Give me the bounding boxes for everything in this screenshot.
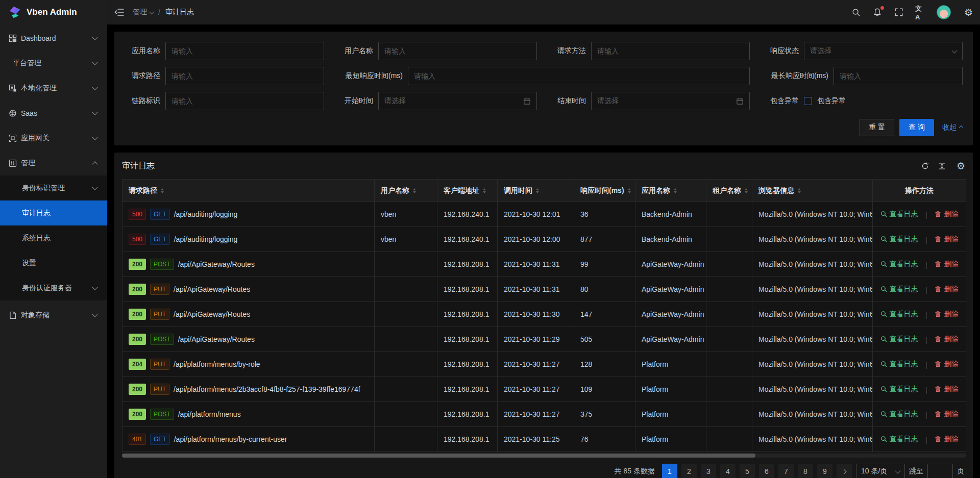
divider: [926, 262, 927, 269]
table-row: 200 PUT /api/ApiGateway/Routes 192.168.2…: [122, 302, 966, 327]
delete-button[interactable]: 删除: [935, 335, 958, 344]
view-log-button[interactable]: 查看日志: [880, 310, 918, 319]
delete-button[interactable]: 删除: [935, 310, 958, 319]
column-header[interactable]: 客户端地址: [437, 180, 498, 202]
status-select[interactable]: 请选择: [804, 42, 963, 60]
breadcrumb-parent[interactable]: 管理: [133, 8, 153, 17]
sidebar-item-audit-log[interactable]: 审计日志: [0, 200, 107, 225]
min-time-input[interactable]: [408, 67, 750, 85]
page-button[interactable]: 6: [759, 464, 774, 478]
field-status: 响应状态 请选择: [763, 42, 963, 60]
sort-caret-icon: [483, 188, 486, 193]
collapse-filter-link[interactable]: 收起: [942, 123, 963, 132]
page-size-value: 10 条/页: [861, 467, 887, 476]
sidebar-item-manage[interactable]: 管理: [0, 150, 107, 175]
cell-response-time: 147: [574, 302, 635, 327]
app-logo[interactable]: Vben Admin: [0, 0, 107, 24]
page-button[interactable]: 7: [778, 464, 794, 478]
cell-user-name: [375, 327, 437, 352]
fullscreen-icon[interactable]: [894, 7, 904, 17]
notification-bell-icon[interactable]: [872, 7, 883, 17]
column-header[interactable]: 租户名称: [706, 180, 752, 202]
page-size-select[interactable]: 10 条/页: [856, 464, 905, 478]
menu-fold-icon[interactable]: [114, 7, 125, 17]
view-log-button[interactable]: 查看日志: [880, 260, 918, 269]
app-name-input[interactable]: [165, 42, 324, 60]
has-exception-checkbox[interactable]: [804, 97, 812, 105]
sidebar-item-platform[interactable]: 平台管理: [0, 51, 107, 76]
column-header[interactable]: 应用名称: [635, 180, 706, 202]
sidebar-item-system-log[interactable]: 系统日志: [0, 225, 107, 250]
view-log-button[interactable]: 查看日志: [880, 410, 918, 419]
delete-button[interactable]: 删除: [935, 235, 958, 244]
cell-response-time: 99: [574, 252, 635, 277]
page-button[interactable]: 1: [662, 464, 677, 478]
view-log-button[interactable]: 查看日志: [880, 385, 918, 394]
cell-tenant-name: [706, 227, 752, 252]
trash-icon: [935, 211, 941, 217]
cell-browser-info: Mozilla/5.0 (Windows NT 10.0; Win64; x64…: [752, 352, 873, 377]
view-log-button[interactable]: 查看日志: [880, 235, 918, 244]
method-input[interactable]: [591, 42, 750, 60]
translate-icon[interactable]: 文A: [915, 7, 925, 17]
sidebar-item-object-storage[interactable]: 对象存储: [0, 303, 107, 328]
next-page-button[interactable]: [837, 464, 852, 478]
column-header[interactable]: 操作方法: [873, 180, 966, 202]
sidebar-item-dashboard[interactable]: Dashboard: [0, 26, 107, 51]
delete-button[interactable]: 删除: [935, 210, 958, 219]
delete-button[interactable]: 删除: [935, 260, 958, 269]
column-header[interactable]: 用户名称: [375, 180, 437, 202]
trace-id-input[interactable]: [165, 92, 324, 110]
trash-icon: [935, 236, 941, 242]
delete-button[interactable]: 删除: [935, 285, 958, 294]
path-input[interactable]: [165, 67, 324, 85]
search-button[interactable]: 查 询: [899, 119, 934, 136]
max-time-input[interactable]: [834, 67, 963, 85]
picker-placeholder: 请选择: [597, 96, 736, 106]
jump-page-input[interactable]: [927, 464, 953, 478]
start-time-picker[interactable]: 请选择: [378, 92, 537, 110]
trash-icon: [935, 436, 941, 442]
row-height-icon[interactable]: [938, 162, 946, 170]
delete-button[interactable]: 删除: [935, 360, 958, 369]
cell-tenant-name: [706, 352, 752, 377]
sidebar-item-identity-management[interactable]: 身份标识管理: [0, 175, 107, 200]
sidebar-item-localization[interactable]: 本地化管理: [0, 76, 107, 100]
delete-button[interactable]: 删除: [935, 385, 958, 394]
scrollbar-thumb[interactable]: [122, 454, 755, 458]
sort-caret-icon: [745, 188, 748, 193]
column-header[interactable]: 请求路径: [122, 180, 375, 202]
column-settings-gear-icon[interactable]: ⚙: [957, 161, 965, 171]
delete-button[interactable]: 删除: [935, 435, 958, 444]
view-log-button[interactable]: 查看日志: [880, 210, 918, 219]
column-header[interactable]: 响应时间(ms): [574, 180, 635, 202]
horizontal-scrollbar[interactable]: [122, 454, 966, 458]
column-header[interactable]: 调用时间: [498, 180, 574, 202]
end-time-picker[interactable]: 请选择: [591, 92, 750, 110]
page-button[interactable]: 5: [740, 464, 755, 478]
field-label: 包含异常: [763, 96, 799, 106]
user-name-input[interactable]: [378, 42, 537, 60]
view-log-button[interactable]: 查看日志: [880, 435, 918, 444]
table-row: 200 PUT /api/platform/menus/2b3accf8-4fb…: [122, 377, 966, 402]
search-icon[interactable]: [851, 7, 861, 17]
page-button[interactable]: 2: [681, 464, 697, 478]
sidebar-item-settings[interactable]: 设置: [0, 250, 107, 275]
avatar[interactable]: [937, 5, 951, 19]
view-log-button[interactable]: 查看日志: [880, 285, 918, 294]
sidebar-item-gateway[interactable]: 应用网关: [0, 125, 107, 150]
page-button[interactable]: 3: [701, 464, 716, 478]
refresh-icon[interactable]: [921, 162, 929, 170]
page-button[interactable]: 4: [720, 464, 736, 478]
page-button[interactable]: 9: [817, 464, 832, 478]
sidebar-item-saas[interactable]: Saas: [0, 100, 107, 125]
sidebar-item-auth-server[interactable]: 身份认证服务器: [0, 275, 107, 300]
settings-gear-icon[interactable]: ⚙: [964, 8, 973, 17]
view-log-button[interactable]: 查看日志: [880, 335, 918, 344]
cell-app-name: ApiGateWay-Admin: [635, 252, 706, 277]
view-log-button[interactable]: 查看日志: [880, 360, 918, 369]
column-header[interactable]: 浏览器信息: [752, 180, 873, 202]
page-button[interactable]: 8: [798, 464, 813, 478]
delete-button[interactable]: 删除: [935, 410, 958, 419]
reset-button[interactable]: 重 置: [860, 119, 894, 136]
